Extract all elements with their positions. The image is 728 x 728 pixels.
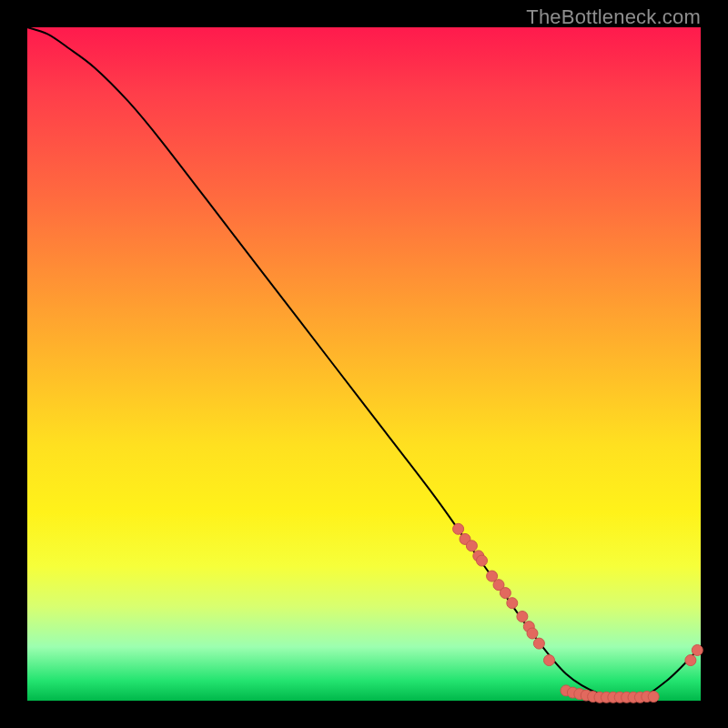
data-point — [533, 638, 544, 649]
data-point — [692, 645, 703, 656]
data-point — [477, 555, 488, 566]
bottleneck-curve — [27, 27, 701, 702]
data-point — [500, 588, 511, 599]
data-point — [517, 612, 528, 622]
plot-area — [27, 27, 701, 701]
curve-svg — [27, 27, 701, 701]
data-point — [648, 692, 659, 703]
data-point — [466, 541, 477, 551]
data-point — [507, 598, 518, 609]
data-markers — [453, 523, 703, 703]
data-point — [527, 628, 538, 639]
data-point — [544, 655, 555, 666]
data-point — [685, 655, 696, 666]
chart-stage: TheBottleneck.com — [0, 0, 728, 728]
data-point — [453, 523, 464, 534]
attribution-text: TheBottleneck.com — [526, 5, 701, 29]
